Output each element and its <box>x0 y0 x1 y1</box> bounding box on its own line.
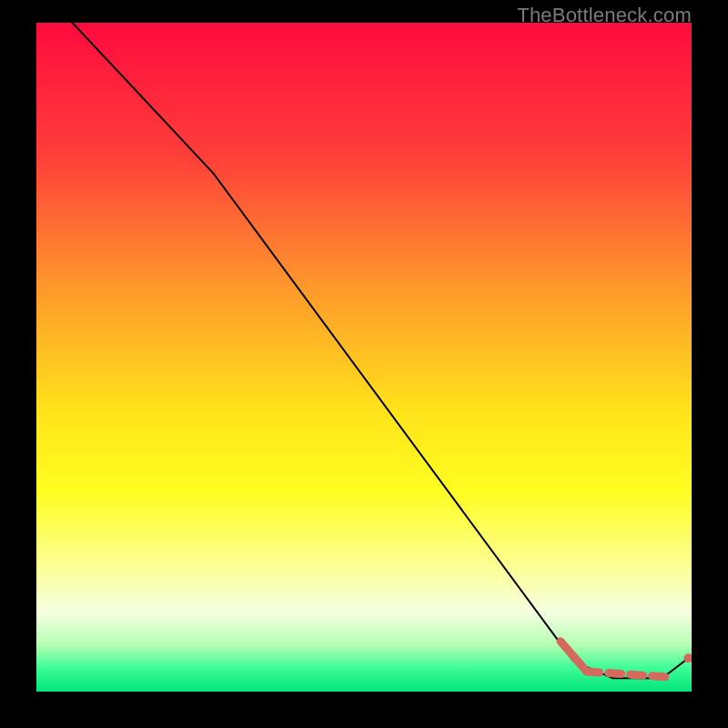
bottleneck-chart <box>36 23 692 692</box>
gradient-background <box>36 23 692 692</box>
chart-frame: TheBottleneck.com <box>0 0 728 728</box>
